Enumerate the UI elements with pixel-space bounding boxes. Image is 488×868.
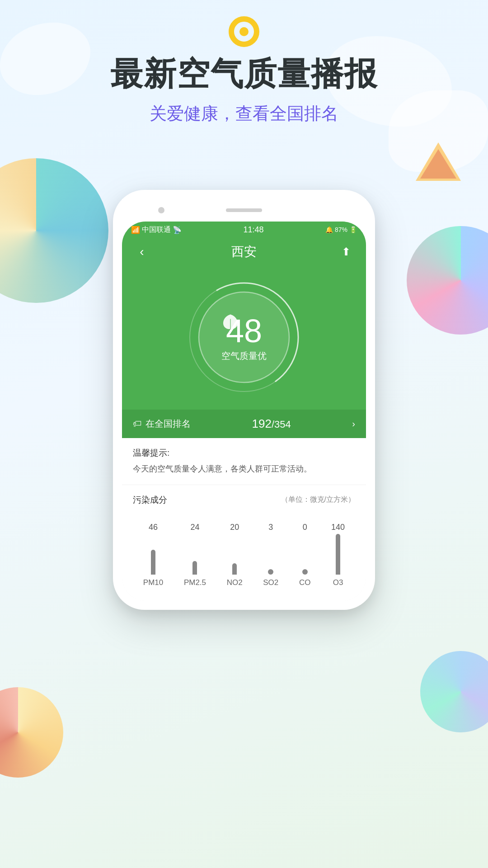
pollutant-bar-container-no2 [232, 534, 237, 575]
pollutant-bar-no2 [232, 563, 237, 575]
pollutant-pm10: 46PM10 [143, 523, 163, 587]
share-button[interactable]: ⬆ [337, 245, 355, 258]
tips-title: 温馨提示: [133, 447, 355, 459]
bg-circle-right [407, 226, 488, 335]
sun-icon [226, 14, 262, 50]
pollutants-unit: （单位：微克/立方米） [281, 495, 355, 505]
tips-content: 今天的空气质量令人满意，各类人群可正常活动。 [133, 462, 355, 476]
bg-circle-bottom-left [0, 687, 63, 778]
pollutant-value-co: 0 [303, 523, 307, 532]
pollutant-bar-container-so2 [268, 534, 273, 575]
pollutant-value-no2: 20 [230, 523, 239, 532]
pollutant-pm2.5: 24PM2.5 [184, 523, 206, 587]
city-title: 西安 [231, 243, 257, 260]
pollutant-co: 0CO [299, 523, 311, 587]
status-battery: 🔔 87% 🔋 [325, 226, 357, 233]
pollutant-bar-container-co [302, 534, 308, 575]
pollutant-label-o3: O3 [333, 578, 343, 587]
alarm-icon: 🔔 [325, 226, 333, 233]
aqi-area: 48 空气质量优 [122, 269, 366, 410]
aqi-inner: 48 空气质量优 [221, 313, 267, 362]
aqi-status: 空气质量优 [221, 350, 267, 362]
signal-icon: 📶 [131, 226, 140, 234]
main-title: 最新空气质量播报 [0, 54, 488, 93]
status-bar: 📶 中国联通 📡 11:48 🔔 87% 🔋 [122, 222, 366, 238]
ranking-label: 在全国排名 [145, 418, 191, 430]
svg-point-1 [239, 27, 249, 36]
main-subtitle: 关爱健康，查看全国排名 [0, 102, 488, 125]
phone-speaker [226, 208, 262, 212]
ranking-left: 🏷 在全国排名 [133, 418, 191, 430]
ranking-number: 192/354 [252, 417, 291, 431]
phone-top-bar [122, 199, 366, 222]
tips-section: 温馨提示: 今天的空气质量令人满意，各类人群可正常活动。 [122, 438, 366, 485]
aqi-gauge: 48 空气质量优 [185, 278, 303, 396]
top-icon-area [0, 14, 488, 50]
pollutant-label-pm2.5: PM2.5 [184, 578, 206, 587]
phone-camera [158, 207, 164, 213]
bookmark-icon: 🏷 [133, 419, 142, 429]
pollutant-label-pm10: PM10 [143, 578, 163, 587]
pollutants-chart: 46PM1024PM2.520NO23SO20CO140O3 [133, 515, 355, 587]
triangle-decoration [413, 140, 463, 185]
pollutant-no2: 20NO2 [227, 523, 243, 587]
phone-mockup: 📶 中国联通 📡 11:48 🔔 87% 🔋 ‹ 西安 ⬆ [113, 190, 375, 610]
pollutants-section: 污染成分 （单位：微克/立方米） 46PM1024PM2.520NO23SO20… [122, 485, 366, 601]
pollutant-label-co: CO [299, 578, 311, 587]
wifi-icon: 📡 [173, 226, 182, 234]
battery-icon: 🔋 [349, 226, 357, 233]
pollutant-label-no2: NO2 [227, 578, 243, 587]
pollutant-value-o3: 140 [331, 523, 345, 532]
pollutant-bar-container-pm2.5 [192, 534, 197, 575]
pollutant-value-so2: 3 [268, 523, 273, 532]
ranking-current: 192 [252, 417, 272, 430]
ranking-total: 354 [274, 419, 291, 430]
pollutant-bar-o3 [336, 534, 340, 575]
pollutants-title: 污染成分 [133, 494, 167, 506]
header-area: 最新空气质量播报 关爱健康，查看全国排名 [0, 54, 488, 125]
pollutant-value-pm2.5: 24 [190, 523, 199, 532]
pollutant-bar-pm2.5 [192, 561, 197, 575]
pollutant-bar-dot-co [302, 569, 308, 575]
pollutant-o3: 140O3 [331, 523, 345, 587]
app-header: ‹ 西安 ⬆ [122, 238, 366, 269]
ranking-bar[interactable]: 🏷 在全国排名 192/354 › [122, 410, 366, 438]
bg-shape-bottom-right [420, 651, 488, 732]
status-time: 11:48 [243, 225, 263, 235]
pollutant-so2: 3SO2 [263, 523, 278, 587]
bg-circle-left [0, 158, 108, 303]
back-button[interactable]: ‹ [133, 245, 151, 259]
pollutants-header: 污染成分 （单位：微克/立方米） [133, 494, 355, 506]
status-carrier: 📶 中国联通 📡 [131, 225, 182, 235]
pollutant-label-so2: SO2 [263, 578, 278, 587]
chevron-right-icon: › [352, 419, 355, 429]
pollutant-bar-container-pm10 [151, 534, 155, 575]
pollutant-value-pm10: 46 [149, 523, 158, 532]
pollutant-bar-dot-so2 [268, 569, 273, 575]
pollutant-bar-pm10 [151, 550, 155, 575]
pollutant-bar-container-o3 [336, 534, 340, 575]
svg-marker-3 [420, 149, 456, 179]
